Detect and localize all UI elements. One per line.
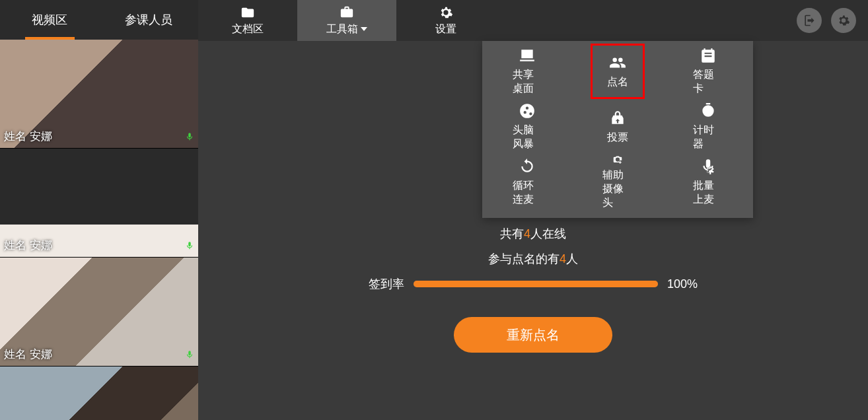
- attendance-rate-value: 100%: [667, 277, 698, 291]
- video-name-label: 姓名 安娜: [4, 347, 52, 362]
- video-item[interactable]: 姓名 安娜: [0, 367, 198, 420]
- participate-count-line: 参与点名的有4人: [488, 251, 578, 267]
- mic-icon[interactable]: [185, 238, 194, 253]
- gear-icon: [837, 14, 850, 27]
- loop-icon: [519, 158, 536, 175]
- tool-batch-mic-label: 批量上麦: [693, 179, 723, 207]
- tool-timer[interactable]: 计时器: [693, 99, 723, 155]
- settings-button[interactable]: [831, 8, 856, 33]
- people-icon: [609, 54, 626, 71]
- tool-loop-mic-label: 循环连麦: [513, 179, 543, 207]
- video-name-label: 姓名 安娜: [4, 129, 52, 144]
- camera-plus-icon: [609, 155, 626, 164]
- tab-participants[interactable]: 参课人员: [99, 0, 198, 40]
- tool-answer-card-label: 答题卡: [693, 68, 723, 96]
- main-area: 文档区 工具箱 设置: [198, 0, 868, 420]
- tool-answer-card[interactable]: 答题卡: [693, 44, 723, 99]
- tool-vote-label: 投票: [607, 131, 628, 145]
- sidebar-tabs: 视频区 参课人员: [0, 0, 198, 40]
- rollcall-panel: 共有4人在线 参与点名的有4人 签到率 100% 重新点名: [198, 226, 868, 353]
- brainstorm-icon: [519, 102, 536, 120]
- chevron-down-icon: [361, 27, 367, 31]
- video-name-label: 姓名 安娜: [4, 238, 52, 253]
- toolbox-dropdown: 共享桌面 点名 答题卡 头脑风暴: [482, 41, 753, 218]
- video-list: 姓名 安娜 姓名 安娜 姓名 安娜: [0, 40, 198, 420]
- tool-roll-call[interactable]: 点名: [591, 44, 645, 99]
- timer-icon: [700, 102, 717, 120]
- tool-aux-camera[interactable]: 辅助摄像头: [602, 155, 633, 210]
- attendance-rate-row: 签到率 100%: [369, 276, 698, 292]
- mic-icon[interactable]: [185, 129, 194, 144]
- topbar-docs-label: 文档区: [232, 22, 264, 36]
- topbar-right: [785, 0, 868, 41]
- exit-button[interactable]: [797, 8, 822, 33]
- tool-share-desktop-label: 共享桌面: [513, 68, 543, 96]
- folder-icon: [240, 5, 255, 20]
- tool-loop-mic[interactable]: 循环连麦: [513, 155, 543, 210]
- answer-card-icon: [700, 47, 717, 64]
- share-desktop-icon: [519, 47, 536, 64]
- mic-icon[interactable]: [185, 347, 194, 362]
- topbar-settings-label: 设置: [435, 22, 456, 36]
- video-item[interactable]: 姓名 安娜: [0, 258, 198, 367]
- tool-roll-call-label: 点名: [607, 75, 628, 89]
- topbar-toolbox-label: 工具箱: [326, 22, 367, 36]
- topbar-toolbox[interactable]: 工具箱: [297, 0, 396, 41]
- tool-timer-label: 计时器: [693, 123, 723, 151]
- re-rollcall-label: 重新点名: [507, 328, 560, 342]
- video-thumbnail: [0, 367, 198, 420]
- attendance-progress-fill: [414, 281, 658, 287]
- tab-video-label: 视频区: [32, 12, 67, 28]
- video-item[interactable]: 姓名 安娜: [0, 40, 198, 149]
- mic-settings-icon: [700, 158, 717, 175]
- tool-brainstorm-label: 头脑风暴: [513, 123, 543, 151]
- topbar-docs[interactable]: 文档区: [198, 0, 297, 41]
- gear-icon: [439, 5, 453, 20]
- tool-brainstorm[interactable]: 头脑风暴: [513, 99, 543, 155]
- tool-share-desktop[interactable]: 共享桌面: [513, 44, 543, 99]
- exit-icon: [803, 14, 816, 27]
- tab-video-area[interactable]: 视频区: [0, 0, 99, 40]
- topbar-settings[interactable]: 设置: [396, 0, 495, 41]
- topbar: 文档区 工具箱 设置: [198, 0, 868, 41]
- re-rollcall-button[interactable]: 重新点名: [454, 317, 612, 353]
- video-item[interactable]: 姓名 安娜: [0, 149, 198, 258]
- tool-vote[interactable]: 投票: [602, 99, 633, 155]
- briefcase-icon: [340, 5, 354, 20]
- attendance-rate-label: 签到率: [369, 276, 404, 292]
- tab-participants-label: 参课人员: [125, 12, 172, 28]
- online-count-line: 共有4人在线: [500, 226, 566, 242]
- attendance-progress-bar: [414, 281, 658, 287]
- tool-aux-camera-label: 辅助摄像头: [602, 168, 633, 210]
- sidebar: 视频区 参课人员 姓名 安娜 姓名 安娜: [0, 0, 198, 420]
- tool-batch-mic[interactable]: 批量上麦: [693, 155, 723, 210]
- vote-icon: [609, 110, 626, 127]
